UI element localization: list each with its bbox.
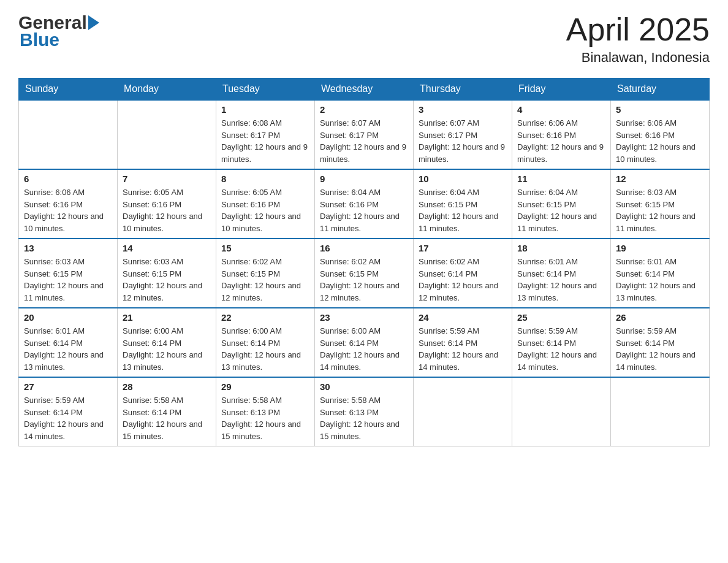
day-info: Sunrise: 6:05 AM Sunset: 6:16 PM Dayligh…: [123, 186, 211, 234]
title-section: April 2025 Binalawan, Indonesia: [566, 12, 710, 66]
day-info: Sunrise: 6:03 AM Sunset: 6:15 PM Dayligh…: [616, 186, 704, 234]
calendar-cell: 5Sunrise: 6:06 AM Sunset: 6:16 PM Daylig…: [611, 100, 710, 169]
calendar-cell: 8Sunrise: 6:05 AM Sunset: 6:16 PM Daylig…: [216, 169, 315, 239]
day-number: 30: [320, 381, 408, 392]
calendar-table: SundayMondayTuesdayWednesdayThursdayFrid…: [18, 78, 710, 446]
day-number: 27: [24, 381, 112, 392]
day-number: 24: [419, 312, 507, 323]
calendar-cell: 16Sunrise: 6:02 AM Sunset: 6:15 PM Dayli…: [315, 239, 414, 308]
day-info: Sunrise: 6:06 AM Sunset: 6:16 PM Dayligh…: [616, 117, 704, 165]
logo-arrow-icon: [88, 15, 99, 30]
calendar-week-3: 13Sunrise: 6:03 AM Sunset: 6:15 PM Dayli…: [19, 239, 710, 308]
day-number: 6: [24, 174, 112, 184]
page-header: General Blue April 2025 Binalawan, Indon…: [18, 12, 710, 66]
calendar-cell: 27Sunrise: 5:59 AM Sunset: 6:14 PM Dayli…: [19, 377, 118, 446]
calendar-cell: 26Sunrise: 5:59 AM Sunset: 6:14 PM Dayli…: [611, 308, 710, 377]
calendar-week-5: 27Sunrise: 5:59 AM Sunset: 6:14 PM Dayli…: [19, 377, 710, 446]
day-number: 5: [616, 104, 704, 115]
day-info: Sunrise: 5:59 AM Sunset: 6:14 PM Dayligh…: [517, 325, 605, 373]
day-number: 19: [616, 243, 704, 253]
calendar-cell: 2Sunrise: 6:07 AM Sunset: 6:17 PM Daylig…: [315, 100, 414, 169]
logo-blue-text: Blue: [20, 29, 99, 50]
day-header-wednesday: Wednesday: [315, 79, 414, 101]
calendar-cell: [19, 100, 118, 169]
calendar-week-4: 20Sunrise: 6:01 AM Sunset: 6:14 PM Dayli…: [19, 308, 710, 377]
day-number: 10: [419, 174, 507, 184]
calendar-cell: 24Sunrise: 5:59 AM Sunset: 6:14 PM Dayli…: [414, 308, 512, 377]
day-info: Sunrise: 5:58 AM Sunset: 6:14 PM Dayligh…: [123, 394, 211, 442]
calendar-cell: 12Sunrise: 6:03 AM Sunset: 6:15 PM Dayli…: [611, 169, 710, 239]
calendar-cell: 22Sunrise: 6:00 AM Sunset: 6:14 PM Dayli…: [216, 308, 315, 377]
day-number: 29: [221, 381, 309, 392]
calendar-cell: 6Sunrise: 6:06 AM Sunset: 6:16 PM Daylig…: [19, 169, 118, 239]
calendar-header: SundayMondayTuesdayWednesdayThursdayFrid…: [19, 79, 710, 101]
day-info: Sunrise: 6:05 AM Sunset: 6:16 PM Dayligh…: [221, 186, 309, 234]
calendar-cell: [414, 377, 512, 446]
calendar-cell: [118, 100, 216, 169]
day-info: Sunrise: 6:00 AM Sunset: 6:14 PM Dayligh…: [123, 325, 211, 373]
day-info: Sunrise: 6:04 AM Sunset: 6:16 PM Dayligh…: [320, 186, 408, 234]
day-number: 21: [123, 312, 211, 323]
day-info: Sunrise: 6:02 AM Sunset: 6:15 PM Dayligh…: [221, 256, 309, 304]
day-number: 8: [221, 174, 309, 184]
day-number: 7: [123, 174, 211, 184]
logo: General Blue: [18, 12, 99, 50]
day-info: Sunrise: 6:07 AM Sunset: 6:17 PM Dayligh…: [419, 117, 507, 165]
calendar-cell: 25Sunrise: 5:59 AM Sunset: 6:14 PM Dayli…: [512, 308, 611, 377]
day-number: 16: [320, 243, 408, 253]
day-number: 15: [221, 243, 309, 253]
day-info: Sunrise: 5:58 AM Sunset: 6:13 PM Dayligh…: [320, 394, 408, 442]
calendar-cell: 14Sunrise: 6:03 AM Sunset: 6:15 PM Dayli…: [118, 239, 216, 308]
calendar-cell: 9Sunrise: 6:04 AM Sunset: 6:16 PM Daylig…: [315, 169, 414, 239]
calendar-cell: [611, 377, 710, 446]
day-header-sunday: Sunday: [19, 79, 118, 101]
day-info: Sunrise: 6:00 AM Sunset: 6:14 PM Dayligh…: [320, 325, 408, 373]
calendar-body: 1Sunrise: 6:08 AM Sunset: 6:17 PM Daylig…: [19, 100, 710, 446]
day-info: Sunrise: 6:04 AM Sunset: 6:15 PM Dayligh…: [419, 186, 507, 234]
day-number: 12: [616, 174, 704, 184]
day-number: 17: [419, 243, 507, 253]
day-number: 18: [517, 243, 605, 253]
page-subtitle: Binalawan, Indonesia: [566, 50, 710, 66]
calendar-cell: 23Sunrise: 6:00 AM Sunset: 6:14 PM Dayli…: [315, 308, 414, 377]
day-header-friday: Friday: [512, 79, 611, 101]
calendar-cell: 18Sunrise: 6:01 AM Sunset: 6:14 PM Dayli…: [512, 239, 611, 308]
day-header-saturday: Saturday: [611, 79, 710, 101]
day-info: Sunrise: 6:01 AM Sunset: 6:14 PM Dayligh…: [24, 325, 112, 373]
day-info: Sunrise: 6:06 AM Sunset: 6:16 PM Dayligh…: [24, 186, 112, 234]
calendar-cell: 4Sunrise: 6:06 AM Sunset: 6:16 PM Daylig…: [512, 100, 611, 169]
day-number: 23: [320, 312, 408, 323]
calendar-cell: 20Sunrise: 6:01 AM Sunset: 6:14 PM Dayli…: [19, 308, 118, 377]
day-info: Sunrise: 6:02 AM Sunset: 6:15 PM Dayligh…: [320, 256, 408, 304]
day-header-monday: Monday: [118, 79, 216, 101]
calendar-cell: 30Sunrise: 5:58 AM Sunset: 6:13 PM Dayli…: [315, 377, 414, 446]
day-info: Sunrise: 6:08 AM Sunset: 6:17 PM Dayligh…: [221, 117, 309, 165]
calendar-cell: 29Sunrise: 5:58 AM Sunset: 6:13 PM Dayli…: [216, 377, 315, 446]
day-number: 26: [616, 312, 704, 323]
calendar-cell: [512, 377, 611, 446]
day-info: Sunrise: 6:06 AM Sunset: 6:16 PM Dayligh…: [517, 117, 605, 165]
day-header-thursday: Thursday: [414, 79, 512, 101]
day-info: Sunrise: 6:07 AM Sunset: 6:17 PM Dayligh…: [320, 117, 408, 165]
day-number: 20: [24, 312, 112, 323]
day-number: 11: [517, 174, 605, 184]
day-number: 13: [24, 243, 112, 253]
day-number: 4: [517, 104, 605, 115]
day-info: Sunrise: 6:01 AM Sunset: 6:14 PM Dayligh…: [517, 256, 605, 304]
page-title: April 2025: [566, 12, 710, 47]
day-info: Sunrise: 6:00 AM Sunset: 6:14 PM Dayligh…: [221, 325, 309, 373]
day-number: 2: [320, 104, 408, 115]
day-info: Sunrise: 5:58 AM Sunset: 6:13 PM Dayligh…: [221, 394, 309, 442]
calendar-cell: 10Sunrise: 6:04 AM Sunset: 6:15 PM Dayli…: [414, 169, 512, 239]
day-number: 25: [517, 312, 605, 323]
day-number: 1: [221, 104, 309, 115]
calendar-cell: 13Sunrise: 6:03 AM Sunset: 6:15 PM Dayli…: [19, 239, 118, 308]
day-number: 28: [123, 381, 211, 392]
day-info: Sunrise: 6:03 AM Sunset: 6:15 PM Dayligh…: [24, 256, 112, 304]
day-info: Sunrise: 6:03 AM Sunset: 6:15 PM Dayligh…: [123, 256, 211, 304]
calendar-cell: 28Sunrise: 5:58 AM Sunset: 6:14 PM Dayli…: [118, 377, 216, 446]
calendar-cell: 15Sunrise: 6:02 AM Sunset: 6:15 PM Dayli…: [216, 239, 315, 308]
calendar-cell: 3Sunrise: 6:07 AM Sunset: 6:17 PM Daylig…: [414, 100, 512, 169]
day-info: Sunrise: 6:02 AM Sunset: 6:14 PM Dayligh…: [419, 256, 507, 304]
calendar-cell: 17Sunrise: 6:02 AM Sunset: 6:14 PM Dayli…: [414, 239, 512, 308]
